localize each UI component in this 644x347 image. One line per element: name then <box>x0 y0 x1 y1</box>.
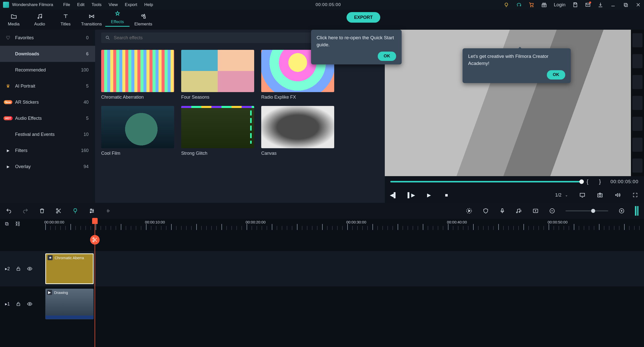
search-input[interactable] <box>114 35 319 41</box>
visibility-icon[interactable] <box>27 301 32 307</box>
render-icon[interactable] <box>466 208 472 214</box>
timeline-playhead[interactable] <box>95 219 95 347</box>
zoom-in-icon[interactable] <box>618 208 625 214</box>
visibility-icon[interactable] <box>27 266 32 272</box>
stop-icon[interactable]: ■ <box>443 192 450 198</box>
tab-media[interactable]: Media <box>2 13 26 28</box>
svg-point-12 <box>106 36 108 38</box>
sidebar-item-festival[interactable]: Festival and Events 10 <box>0 126 95 142</box>
zoom-ratio[interactable]: 1/2 ⌄ <box>555 192 568 198</box>
step-back-icon[interactable]: ◀▌ <box>390 192 397 198</box>
svg-point-15 <box>599 194 601 196</box>
effect-card[interactable]: Cool Film <box>101 106 174 156</box>
play-small-icon: ▶ <box>47 290 52 295</box>
svg-point-8 <box>38 17 39 18</box>
menu-help[interactable]: Help <box>144 2 153 7</box>
mark-in-out-icon[interactable]: { } <box>587 178 605 185</box>
record-screen-icon[interactable] <box>532 208 539 214</box>
sidebar-item-count: 6 <box>86 51 89 57</box>
sidebar-item-ai-portrait[interactable]: ♛ AI Portrait 5 <box>0 78 95 94</box>
timeline-clip-video[interactable]: ▶ Drawing <box>45 289 94 319</box>
tab-elements[interactable]: Elements <box>131 13 156 28</box>
timeline-track-video[interactable]: ▸1 ▶ Drawing <box>0 286 644 322</box>
tab-audio[interactable]: Audio <box>27 13 52 28</box>
play-icon[interactable]: ▶ <box>426 192 432 198</box>
step-forward-icon[interactable]: ▌▶ <box>408 192 414 198</box>
snapshot-icon[interactable] <box>597 192 603 198</box>
effect-label: Strong Glitch <box>181 151 254 156</box>
zoom-knob-icon[interactable] <box>591 209 595 213</box>
tab-transitions[interactable]: Transitions <box>79 13 104 28</box>
maximize-icon[interactable] <box>623 2 628 8</box>
sidebar-item-ar-stickers[interactable]: New AR Stickers 40 <box>0 94 95 110</box>
redo-icon[interactable] <box>22 208 29 214</box>
timeline[interactable]: ⧉ ⛓ 00:00:00:00 00:00:10:00 00:00:20:00 … <box>0 219 644 347</box>
lightbulb-icon[interactable] <box>504 2 509 8</box>
zoom-out-icon[interactable] <box>549 208 555 214</box>
link-icon[interactable]: ⛓ <box>15 221 20 227</box>
sidebar-item-filters[interactable]: ▶ Filters 160 <box>0 142 95 159</box>
tab-titles[interactable]: Titles <box>53 13 78 28</box>
shield-icon[interactable] <box>482 208 489 214</box>
marker-icon[interactable] <box>72 208 79 214</box>
menu-tools[interactable]: Tools <box>92 2 102 7</box>
preview-progress-row: { } 00:00:05:00 <box>385 176 644 187</box>
voiceover-icon[interactable] <box>499 208 506 214</box>
menu-view[interactable]: View <box>109 2 118 7</box>
lock-icon[interactable] <box>16 301 21 306</box>
playhead-flag-icon[interactable] <box>92 218 98 224</box>
tooltip-ok-button[interactable]: OK <box>378 52 396 61</box>
export-button[interactable]: EXPORT <box>347 12 380 23</box>
tooltip-ok-button[interactable]: OK <box>547 70 565 80</box>
menu-file[interactable]: File <box>63 2 70 7</box>
split-icon[interactable] <box>55 208 62 214</box>
zoom-slider[interactable] <box>565 210 608 211</box>
timeline-track-fx[interactable]: ▸2 ★ Chromatic Aberra <box>0 251 644 286</box>
effect-card[interactable]: Strong Glitch <box>181 106 254 156</box>
menu-edit[interactable]: Edit <box>77 2 85 7</box>
preview-progress[interactable] <box>390 181 582 182</box>
zoom-fit-icon[interactable] <box>635 206 638 216</box>
login-button[interactable]: Login <box>554 2 566 8</box>
message-icon[interactable] <box>585 2 591 8</box>
sidebar-item-audio-effects[interactable]: HOT Audio Effects 5 <box>0 110 95 126</box>
delete-icon[interactable] <box>39 208 45 214</box>
svg-rect-6 <box>624 3 627 6</box>
timeline-clip-effect[interactable]: ★ Chromatic Aberra <box>45 253 94 284</box>
minimize-icon[interactable] <box>610 2 616 8</box>
film-edge-icon <box>631 30 644 176</box>
playhead-cut-icon[interactable] <box>90 235 100 245</box>
chevron-down-icon: ⌄ <box>565 193 568 197</box>
new-badge: New <box>4 100 13 104</box>
sidebar-item-recommended[interactable]: Recommended 100 <box>0 62 95 78</box>
menu-export[interactable]: Export <box>125 2 137 7</box>
sidebar-item-downloads[interactable]: Downloads 6 <box>0 46 95 62</box>
sidebar-item-overlay[interactable]: ▶ Overlay 94 <box>0 159 95 175</box>
headset-icon[interactable] <box>516 2 522 8</box>
sidebar-item-favorites[interactable]: ♡ Favorites 0 <box>0 30 95 46</box>
lock-icon[interactable] <box>16 266 21 271</box>
add-track-icon[interactable]: ⧉ <box>5 221 9 227</box>
audio-mixer-icon[interactable] <box>516 208 522 214</box>
close-icon[interactable] <box>635 2 641 8</box>
undo-icon[interactable] <box>6 208 12 214</box>
gift-icon[interactable] <box>541 2 547 8</box>
audio-wave-icon[interactable] <box>105 208 112 214</box>
display-icon[interactable] <box>579 192 586 198</box>
ruler-label: 00:00:40:00 <box>447 220 467 224</box>
effect-thumb <box>101 106 174 148</box>
adjust-icon[interactable] <box>89 208 95 214</box>
effect-card[interactable]: Chromatic Aberration <box>101 50 174 100</box>
save-icon[interactable] <box>573 2 578 8</box>
clip-label: Chromatic Aberra <box>55 256 84 260</box>
progress-knob-icon[interactable] <box>579 179 584 184</box>
effect-card[interactable]: Four Seasons <box>181 50 254 100</box>
effect-card[interactable]: Canvas <box>261 106 334 156</box>
volume-icon[interactable] <box>614 192 621 198</box>
search-box[interactable] <box>101 32 323 43</box>
fullscreen-icon[interactable] <box>632 192 638 198</box>
download-queue-icon[interactable] <box>598 2 603 8</box>
cart-icon[interactable] <box>529 2 534 8</box>
caret-right-icon: ▶ <box>5 148 12 152</box>
tab-effects[interactable]: Effects <box>105 11 130 28</box>
